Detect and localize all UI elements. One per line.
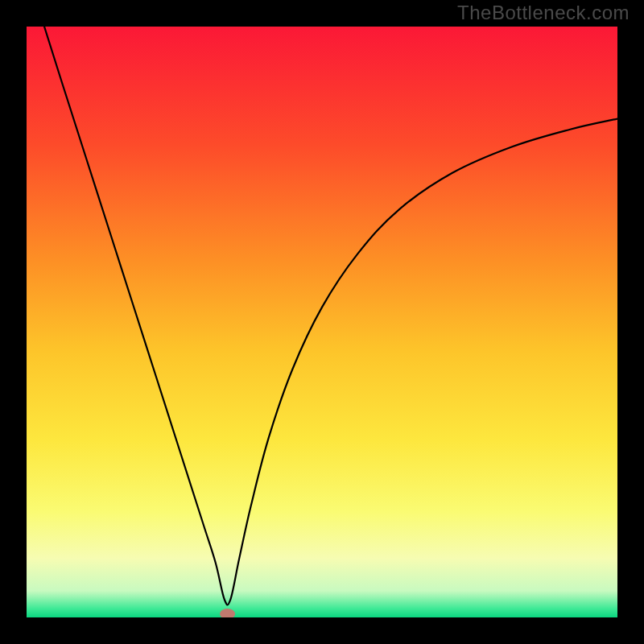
plot-area bbox=[27, 27, 617, 617]
gradient-background bbox=[27, 27, 617, 617]
chart-frame: TheBottleneck.com bbox=[0, 0, 644, 644]
chart-svg bbox=[27, 27, 617, 617]
watermark-text: TheBottleneck.com bbox=[457, 2, 630, 24]
